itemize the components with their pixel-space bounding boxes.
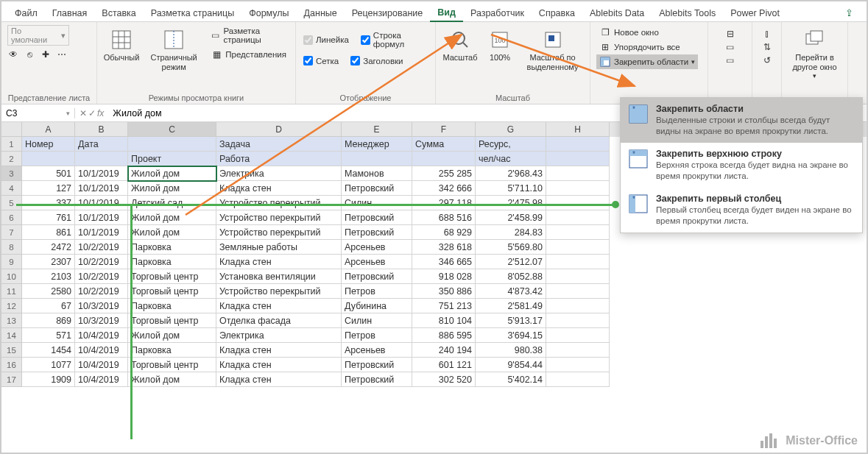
cell[interactable]: 4'873.42 (476, 284, 546, 299)
cell[interactable]: Кладка стен (216, 372, 342, 387)
cell[interactable]: чел/час (476, 152, 546, 166)
row-header[interactable]: 14 (1, 328, 22, 343)
cell[interactable] (546, 328, 610, 343)
cell[interactable] (546, 313, 610, 328)
cell[interactable]: 2'968.43 (476, 166, 546, 181)
row-header[interactable]: 8 (1, 240, 22, 255)
col-header-B[interactable]: B (75, 122, 128, 137)
cell[interactable]: Парковка (128, 255, 216, 269)
tab-вставка[interactable]: Вставка (94, 5, 143, 21)
cell[interactable] (546, 240, 610, 255)
cell[interactable]: Петровский (342, 358, 412, 372)
cell[interactable]: 10/4/2019 (75, 358, 128, 372)
cell[interactable] (75, 152, 128, 166)
cell[interactable]: 2'458.99 (476, 210, 546, 225)
tab-ablebits-tools[interactable]: Ablebits Tools (652, 5, 723, 21)
freeze-panes-button[interactable]: Закрепить области▾ (596, 54, 698, 69)
cell[interactable]: 1909 (22, 372, 75, 387)
cell[interactable] (128, 137, 216, 152)
cell[interactable]: Ресурс, (476, 137, 546, 152)
cell[interactable]: Торговый центр (128, 313, 216, 328)
cell[interactable]: 869 (22, 313, 75, 328)
cell[interactable]: Устройство перекрытий (216, 196, 342, 210)
name-box[interactable]: ▾ (1, 108, 75, 118)
cell[interactable]: 68 929 (412, 225, 476, 240)
row-header[interactable]: 3 (1, 166, 22, 181)
row-header[interactable]: 10 (1, 269, 22, 284)
cell[interactable] (546, 210, 610, 225)
cell[interactable]: 9'854.44 (476, 358, 546, 372)
col-header-D[interactable]: D (216, 122, 342, 137)
cell[interactable]: 2'475.98 (476, 196, 546, 210)
cell[interactable]: 127 (22, 181, 75, 196)
cell[interactable]: 10/2/2019 (75, 240, 128, 255)
cell[interactable]: Торговый центр (128, 284, 216, 299)
cell[interactable]: 5'402.14 (476, 372, 546, 387)
col-header-F[interactable]: F (412, 122, 476, 137)
cell[interactable] (546, 343, 610, 358)
cell[interactable]: 255 285 (412, 166, 476, 181)
freeze-option-2[interactable]: *Закрепить первый столбецПервый столбец … (621, 188, 862, 233)
cell[interactable]: Менеджер (342, 137, 412, 152)
cell[interactable]: 918 028 (412, 269, 476, 284)
cell[interactable] (546, 358, 610, 372)
ruler-checkbox[interactable]: Линейка (302, 29, 350, 50)
cell[interactable]: 342 666 (412, 181, 476, 196)
tab-рецензирование[interactable]: Рецензирование (345, 5, 431, 21)
cell[interactable]: 67 (22, 299, 75, 313)
cell[interactable]: 761 (22, 210, 75, 225)
tab-файл[interactable]: Файл (7, 5, 45, 21)
sheet-view-combo[interactable]: По умолчани▾ (7, 25, 69, 46)
cell[interactable]: 980.38 (476, 343, 546, 358)
cell[interactable]: Петровский (342, 210, 412, 225)
cell[interactable]: 240 194 (412, 343, 476, 358)
unhide-button[interactable]: ▭ (724, 54, 736, 66)
freeze-option-0[interactable]: *Закрепить областиВыделенные строки и ст… (621, 98, 862, 143)
tab-разработчик[interactable]: Разработчик (463, 5, 532, 21)
cell[interactable]: Проект (128, 152, 216, 166)
cell[interactable]: 10/2/2019 (75, 269, 128, 284)
cell[interactable]: Петровский (342, 269, 412, 284)
cell[interactable]: 688 516 (412, 210, 476, 225)
gridlines-checkbox[interactable]: Сетка (302, 54, 340, 67)
cell[interactable]: Жилой дом (128, 328, 216, 343)
cell[interactable]: Жилой дом (128, 166, 216, 181)
normal-view-button[interactable]: Обычный (103, 25, 140, 65)
cell[interactable]: 2'512.07 (476, 255, 546, 269)
cell[interactable]: Электрика (216, 328, 342, 343)
cell[interactable]: Номер (22, 137, 75, 152)
cell[interactable]: 5'711.10 (476, 181, 546, 196)
cell[interactable]: 861 (22, 225, 75, 240)
sheetview-exit-icon[interactable]: ⎋ (24, 49, 35, 60)
enter-formula-icon[interactable]: ✓ (88, 108, 96, 118)
cell[interactable]: Торговый центр (128, 358, 216, 372)
view-side-button[interactable]: ⫿ (761, 28, 773, 40)
cell[interactable]: 10/1/2019 (75, 196, 128, 210)
tab-разметка-страницы[interactable]: Разметка страницы (144, 5, 241, 21)
cell[interactable] (412, 152, 476, 166)
cell[interactable] (546, 225, 610, 240)
cell[interactable]: Задача (216, 137, 342, 152)
cell[interactable]: 2307 (22, 255, 75, 269)
cell[interactable] (546, 166, 610, 181)
cell[interactable]: 328 618 (412, 240, 476, 255)
cell[interactable]: 10/1/2019 (75, 210, 128, 225)
row-header[interactable]: 11 (1, 284, 22, 299)
cell[interactable]: Кладка стен (216, 343, 342, 358)
custom-views-button[interactable]: ▦Представления (208, 47, 289, 62)
freeze-option-1[interactable]: *Закрепить верхнюю строкуВерхняя строка … (621, 143, 862, 188)
tab-вид[interactable]: Вид (430, 4, 463, 22)
cell[interactable]: 10/2/2019 (75, 255, 128, 269)
cell[interactable]: 5'569.80 (476, 240, 546, 255)
col-header-E[interactable]: E (342, 122, 412, 137)
name-box-input[interactable] (6, 108, 57, 118)
cell[interactable]: Петров (342, 328, 412, 343)
reset-pos-button[interactable]: ↺ (761, 54, 773, 66)
headings-checkbox[interactable]: Заголовки (349, 54, 404, 67)
cell[interactable]: 601 121 (412, 358, 476, 372)
sync-scroll-button[interactable]: ⇅ (761, 41, 773, 53)
cancel-formula-icon[interactable]: ✕ (80, 108, 87, 118)
cell[interactable]: Жилой дом (128, 225, 216, 240)
cell[interactable]: Работа (216, 152, 342, 166)
cell[interactable]: 2'581.49 (476, 299, 546, 313)
